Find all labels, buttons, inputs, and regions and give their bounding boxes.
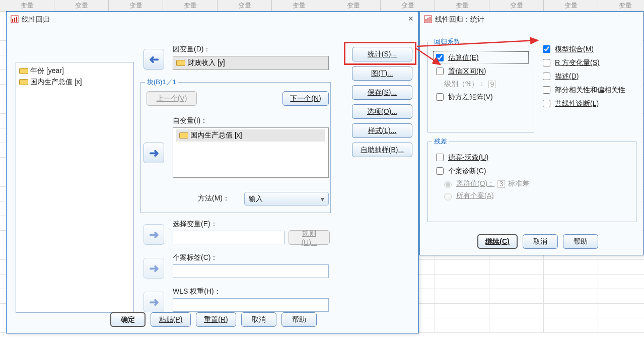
selection-variable-label: 选择变量(E)：	[173, 220, 218, 229]
reset-button[interactable]: 重置(R)	[196, 312, 236, 327]
case-labels-label: 个案标签(C)：	[173, 253, 218, 262]
independents-list[interactable]: 国内生产总值 [x]	[173, 127, 329, 178]
move-to-independent-button[interactable]: ➜	[144, 143, 164, 163]
collinearity-checkbox[interactable]: 共线性诊断(L)	[541, 98, 641, 109]
bg-col: 变量	[109, 0, 163, 11]
bg-col: 变量	[435, 0, 489, 11]
durbin-watson-checkbox[interactable]: 德宾-沃森(U)	[434, 152, 630, 163]
method-label: 方法(M)：	[198, 194, 230, 203]
bg-col: 变量	[272, 0, 326, 11]
list-item-label: 年份 [year]	[30, 66, 64, 76]
dependent-field[interactable]: 财政收入 [y]	[173, 56, 329, 70]
scale-icon	[19, 68, 28, 74]
list-item[interactable]: 年份 [year]	[19, 65, 130, 77]
block-legend: 块(B)1／1	[145, 78, 178, 87]
arrow-right-icon: ➜	[149, 146, 159, 160]
linear-regression-statistics-dialog: 线性回归：统计 回归系数 估算值(E) 置信区间(N) 级别（%）： 协方差矩阵…	[419, 11, 643, 255]
list-item-label: 国内生产总值 [x]	[30, 78, 82, 87]
list-item[interactable]: 国内生产总值 [x]	[19, 77, 130, 88]
bg-col: 变量	[326, 0, 381, 11]
bg-col: 变量	[489, 0, 544, 11]
dialog-title-text: 线性回归	[22, 12, 50, 27]
dependent-label: 因变量(D)：	[173, 45, 210, 54]
move-to-wls-button[interactable]: ➜	[144, 292, 164, 312]
bg-col: 变量	[0, 0, 54, 11]
statistics-button[interactable]: 统计(S)...	[352, 47, 412, 61]
bg-col: 变量	[218, 0, 272, 11]
covariance-matrix-checkbox[interactable]: 协方差矩阵(V)	[434, 92, 528, 102]
continue-button[interactable]: 继续(C)	[477, 234, 518, 249]
dependent-value: 财政收入 [y]	[187, 58, 225, 67]
residuals-fieldset: 残差 德宾-沃森(U) 个案诊断(C) 离群值(O)： 标准差 所有个案(A)	[427, 142, 636, 222]
dialog-title-bar[interactable]: 线性回归：统计	[420, 12, 643, 27]
cancel-button[interactable]: 取消	[523, 234, 558, 249]
scale-icon	[19, 79, 28, 85]
wls-weight-label: WLS 权重(H)：	[173, 287, 221, 296]
cancel-button[interactable]: 取消	[241, 312, 276, 327]
svg-rect-5	[425, 19, 426, 22]
estimates-checkbox[interactable]: 估算值(E)	[434, 52, 528, 63]
selection-variable-field[interactable]	[173, 231, 284, 244]
method-value: 输入	[249, 194, 263, 203]
method-dropdown[interactable]: 输入 ▾	[244, 192, 329, 205]
chevron-down-icon: ▾	[321, 195, 324, 203]
app-icon	[424, 15, 432, 23]
bg-column-header-row: 变量 变量 变量 变量 变量 变量 变量 变量 变量 变量 变量 变量	[0, 0, 644, 12]
rule-button[interactable]: 规则(U)...	[289, 230, 330, 245]
ci-level-input	[488, 81, 496, 88]
scale-icon	[179, 132, 188, 139]
svg-rect-1	[12, 19, 13, 22]
arrow-right-icon: ➜	[149, 228, 159, 242]
regression-coefficients-legend: 回归系数	[432, 37, 462, 46]
arrow-right-icon: ➜	[149, 261, 159, 276]
descriptives-checkbox[interactable]: 描述(D)	[541, 71, 641, 82]
model-fit-checkbox[interactable]: 模型拟合(M)	[541, 44, 641, 54]
help-button[interactable]: 帮助	[563, 234, 598, 249]
svg-rect-6	[427, 18, 428, 22]
svg-rect-3	[16, 17, 17, 22]
app-icon	[11, 15, 19, 23]
svg-rect-2	[14, 18, 15, 22]
bottom-button-row: 确定 粘贴(P) 重置(R) 取消 帮助	[110, 312, 317, 327]
confidence-interval-checkbox[interactable]: 置信区间(N)	[434, 66, 528, 77]
independent-value: 国内生产总值 [x]	[190, 131, 242, 140]
bg-col: 变量	[163, 0, 218, 11]
plots-button[interactable]: 图(T)...	[352, 66, 412, 81]
arrow-right-icon: ➜	[149, 295, 159, 309]
help-button[interactable]: 帮助	[281, 312, 317, 327]
save-button[interactable]: 保存(S)...	[352, 85, 412, 100]
wls-weight-field[interactable]	[173, 298, 329, 312]
linear-regression-dialog: 线性回归 × 年份 [year] 国内生产总值 [x] 因变量(D)： ➜ 财政…	[6, 11, 419, 333]
casewise-diagnostics-checkbox[interactable]: 个案诊断(C)	[434, 166, 630, 176]
bootstrap-button[interactable]: 自助抽样(B)...	[352, 143, 412, 157]
style-button[interactable]: 样式(L)...	[352, 123, 412, 138]
residuals-legend: 残差	[432, 137, 449, 146]
dialog-title-bar[interactable]: 线性回归	[7, 12, 418, 27]
move-to-selection-button[interactable]: ➜	[144, 224, 164, 245]
part-partial-corr-checkbox[interactable]: 部分相关性和偏相关性	[541, 85, 641, 95]
scale-icon	[176, 60, 185, 66]
ci-level-row: 级别（%）：	[434, 80, 528, 89]
ok-button[interactable]: 确定	[110, 312, 146, 327]
source-variable-list[interactable]: 年份 [year] 国内生产总值 [x]	[16, 62, 134, 313]
move-to-dependent-button[interactable]: ➜	[144, 49, 164, 70]
dialog-title-text: 线性回归：统计	[435, 12, 484, 27]
paste-button[interactable]: 粘贴(P)	[151, 312, 191, 327]
options-button[interactable]: 选项(O)...	[352, 104, 412, 119]
next-block-button[interactable]: 下一个(N)	[282, 91, 329, 106]
case-labels-field[interactable]	[173, 264, 329, 278]
all-cases-row: 所有个案(A)	[434, 191, 630, 200]
outliers-row: 离群值(O)： 标准差	[434, 179, 630, 188]
bg-col: 变量	[544, 0, 598, 11]
svg-rect-7	[430, 17, 431, 22]
bg-col: 变量	[381, 0, 435, 11]
bg-col: 变量	[598, 0, 644, 11]
regression-coefficients-fieldset: 回归系数 估算值(E) 置信区间(N) 级别（%）： 协方差矩阵(V)	[427, 42, 534, 132]
outliers-input	[497, 180, 505, 188]
close-icon[interactable]: ×	[408, 14, 413, 24]
arrow-left-icon: ➜	[149, 52, 159, 66]
stats-bottom-button-row: 继续(C) 取消 帮助	[477, 234, 598, 249]
r-squared-change-checkbox[interactable]: R 方变化量(S)	[541, 57, 641, 68]
previous-block-button[interactable]: 上一个(V)	[147, 91, 197, 106]
move-to-caselabel-button[interactable]: ➜	[144, 258, 164, 279]
